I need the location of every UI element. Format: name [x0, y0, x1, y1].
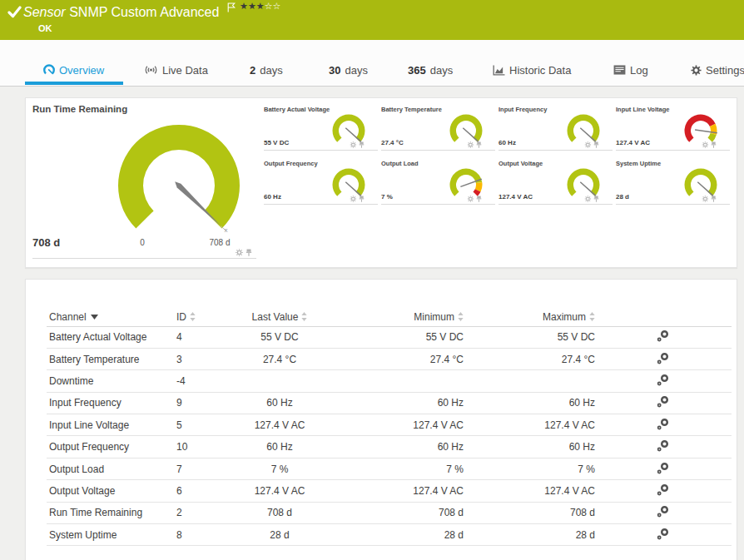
channel-name[interactable]: Downtime — [47, 370, 174, 392]
column-header-id[interactable]: ID — [174, 310, 226, 326]
gauge-title: Output Voltage — [498, 160, 543, 167]
channel-name[interactable]: Output Voltage — [47, 480, 174, 502]
channel-minimum: 127.4 V AC — [334, 480, 464, 502]
tab-number: 365 — [408, 64, 426, 77]
gauge-pin-icon[interactable] — [476, 196, 482, 202]
gauge-pin-icon[interactable] — [359, 141, 365, 148]
tab-label: days — [260, 64, 282, 77]
gauge-settings-gear-icon[interactable] — [584, 141, 591, 148]
tab-number: 2 — [250, 64, 255, 77]
channel-settings-icon[interactable] — [657, 439, 670, 452]
channel-maximum: 127.4 V AC — [464, 480, 595, 502]
gauge-pin-icon[interactable] — [246, 249, 252, 256]
channel-settings-icon[interactable] — [657, 418, 670, 430]
gauge-pin-icon[interactable] — [711, 141, 717, 148]
column-header-maximum[interactable]: Maximum — [464, 310, 595, 326]
table-row[interactable]: Input Line Voltage5127.4 V AC127.4 V AC1… — [47, 414, 732, 436]
channel-name[interactable]: Battery Actual Voltage — [47, 326, 174, 348]
gauge-settings-gear-icon[interactable] — [350, 141, 356, 148]
tab-2-days[interactable]: 2days — [250, 62, 283, 78]
gauge-settings-gear-icon[interactable] — [236, 249, 243, 256]
channel-minimum: 708 d — [334, 502, 464, 523]
channel-settings-icon[interactable] — [657, 374, 670, 386]
channel-last-value: 28 d — [226, 524, 334, 546]
gauge-cell-battery-actual-voltage[interactable]: Battery Actual Voltage 55 V DC — [264, 102, 378, 151]
channel-settings-icon[interactable] — [657, 505, 670, 518]
gauges-panel: Run Time Remaining x 708 d 0 708 d Batte… — [25, 97, 737, 268]
table-row[interactable]: System Uptime828 d28 d28 d — [47, 524, 732, 546]
gauge-settings-gear-icon[interactable] — [467, 141, 474, 148]
priority-stars[interactable]: ★★★☆☆ — [240, 1, 280, 12]
gauge-value: 60 Hz — [264, 193, 281, 201]
gauge-settings-gear-icon[interactable] — [467, 196, 474, 202]
channel-maximum: 27.4 °C — [464, 348, 595, 369]
table-row[interactable]: Output Load77 %7 %7 % — [47, 458, 732, 479]
gauge-cell-battery-temperature[interactable]: Battery Temperature 27.4 °C — [381, 102, 495, 151]
gauge-pin-icon[interactable] — [476, 141, 482, 148]
gauge-pin-icon[interactable] — [359, 196, 365, 202]
tab-label: days — [345, 64, 367, 77]
tab-label: Settings — [706, 64, 744, 77]
tab-overview[interactable]: Overview — [43, 62, 104, 78]
table-row[interactable]: Output Frequency1060 Hz60 Hz60 Hz — [47, 436, 732, 458]
gauge-title: Battery Temperature — [381, 106, 442, 113]
tab-log[interactable]: Log — [613, 62, 648, 78]
tab-historic-data[interactable]: Historic Data — [493, 62, 571, 78]
channel-name[interactable]: System Uptime — [47, 524, 174, 546]
gauge-pin-icon[interactable] — [593, 141, 599, 148]
channel-id: 3 — [174, 348, 226, 369]
channel-name[interactable]: Input Frequency — [47, 392, 174, 414]
channel-settings-icon[interactable] — [657, 352, 670, 364]
tab-label: Live Data — [162, 64, 208, 77]
gauge-scale-max: 708 d — [199, 238, 241, 247]
gauge-pin-icon[interactable] — [711, 196, 717, 202]
gauge-settings-gear-icon[interactable] — [702, 196, 708, 202]
channel-settings-icon[interactable] — [657, 483, 670, 496]
table-row[interactable]: Output Voltage6127.4 V AC127.4 V AC127.4… — [47, 480, 732, 502]
channel-minimum — [334, 370, 464, 392]
gauge-cell-output-frequency[interactable]: Output Frequency 60 Hz — [264, 156, 378, 205]
gauge-pin-icon[interactable] — [593, 196, 599, 202]
channel-name[interactable]: Battery Temperature — [47, 348, 174, 369]
gauge-value: 127.4 V AC — [616, 139, 650, 146]
table-row[interactable]: Battery Temperature327.4 °C27.4 °C27.4 °… — [47, 348, 732, 369]
channel-settings-icon[interactable] — [657, 462, 670, 474]
gauge-value: 27.4 °C — [381, 139, 404, 146]
gauge-cell-system-uptime[interactable]: System Uptime 28 d — [616, 156, 730, 205]
flag-icon[interactable] — [227, 2, 236, 12]
channel-name[interactable]: Output Frequency — [47, 436, 174, 458]
sort-icon — [301, 312, 307, 321]
sort-icon — [190, 312, 196, 321]
channel-settings-icon[interactable] — [657, 528, 670, 540]
channel-last-value: 55 V DC — [226, 326, 334, 348]
table-row[interactable]: Battery Actual Voltage455 V DC55 V DC55 … — [47, 326, 732, 348]
tab-bar: Overview Live Data 2days 30days 365days … — [0, 40, 744, 87]
gauge-settings-gear-icon[interactable] — [584, 196, 591, 202]
gauge-settings-gear-icon[interactable] — [350, 196, 356, 202]
table-row[interactable]: Input Frequency960 Hz60 Hz60 Hz — [47, 392, 732, 414]
gauge-settings-gear-icon[interactable] — [702, 141, 708, 148]
gauge-cell-output-load[interactable]: Output Load 7 % — [381, 156, 495, 205]
gauge-title: Input Line Voltage — [616, 106, 669, 113]
tab-365-days[interactable]: 365days — [408, 62, 453, 78]
tab-settings[interactable]: Settings — [691, 62, 744, 78]
channel-settings-icon[interactable] — [657, 330, 670, 342]
column-header-minimum[interactable]: Minimum — [334, 310, 464, 326]
channel-name[interactable]: Input Line Voltage — [47, 414, 174, 436]
table-row[interactable]: Downtime-4 — [47, 370, 732, 392]
tab-live-data[interactable]: Live Data — [144, 62, 208, 78]
channel-settings-icon[interactable] — [657, 395, 670, 408]
column-header-last-value[interactable]: Last Value — [226, 310, 334, 326]
gauge-cell-run-time-remaining[interactable]: Run Time Remaining x 708 d 0 708 d — [26, 98, 259, 267]
channel-name[interactable]: Run Time Remaining — [47, 502, 174, 523]
table-row[interactable]: Run Time Remaining2708 d708 d708 d — [47, 502, 732, 523]
gauge-cell-input-line-voltage[interactable]: Input Line Voltage 127.4 V AC — [616, 102, 730, 151]
gauge-cell-input-frequency[interactable]: Input Frequency 60 Hz — [498, 102, 613, 151]
gauge-cell-output-voltage[interactable]: Output Voltage 127.4 V AC — [498, 156, 613, 205]
column-header-channel[interactable]: Channel — [47, 310, 174, 326]
channel-maximum: 7 % — [464, 458, 595, 479]
tab-30-days[interactable]: 30days — [329, 62, 368, 78]
page-title: Sensor SNMP Custom Advanced — [23, 5, 219, 20]
sort-icon — [458, 312, 464, 321]
channel-name[interactable]: Output Load — [47, 458, 174, 479]
